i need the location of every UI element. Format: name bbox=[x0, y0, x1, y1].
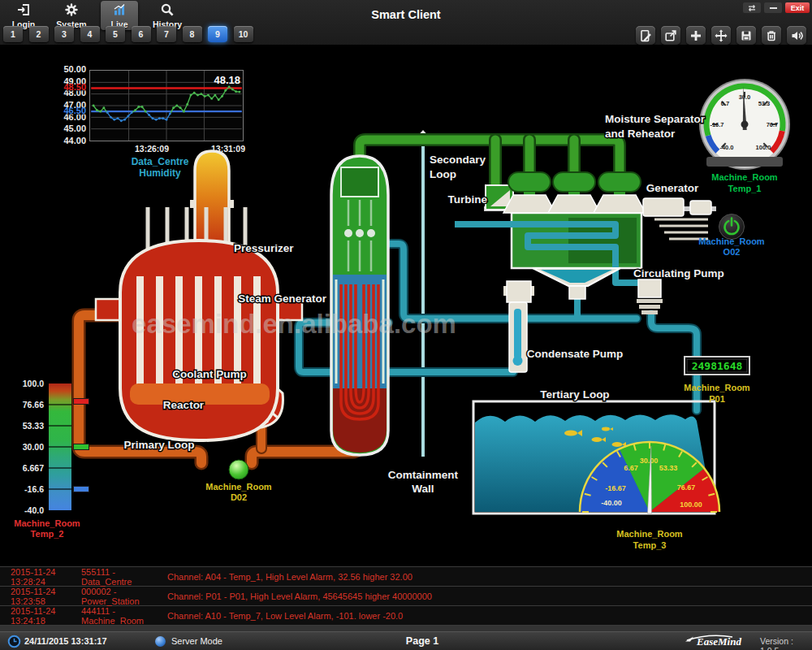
page-tab-10[interactable]: 10 bbox=[234, 26, 253, 42]
bar-gauge-tick: 76.66 bbox=[6, 400, 44, 410]
live-chart-icon bbox=[112, 2, 127, 20]
svg-text:Generator: Generator bbox=[646, 182, 699, 194]
svg-text:Coolant Pump: Coolant Pump bbox=[172, 368, 247, 380]
bar-gauge-tick: 30.00 bbox=[6, 442, 44, 452]
svg-text:Primary Loop: Primary Loop bbox=[123, 439, 194, 451]
svg-text:Moisture Separator: Moisture Separator bbox=[605, 113, 706, 125]
trend-y-tick: 48.50 bbox=[49, 82, 86, 92]
dial-tick: 76.7 bbox=[767, 121, 779, 128]
semi-tick: 100.00 bbox=[680, 500, 702, 509]
svg-text:Turbine: Turbine bbox=[448, 193, 488, 206]
bar-gauge-label: Temp_2 bbox=[5, 529, 89, 539]
page-tabs: 12345678910 bbox=[3, 26, 253, 42]
digital-display-label: Machine_Room bbox=[684, 383, 750, 392]
alarm-source: 555111 - Data_Centre bbox=[81, 567, 167, 587]
bar-gauge-tick: -40.0 bbox=[6, 505, 44, 515]
page-tab-5[interactable]: 5 bbox=[106, 26, 125, 42]
page-tab-8[interactable]: 8 bbox=[183, 26, 202, 42]
secondary-loop-pipes bbox=[360, 140, 620, 187]
power-button-label: O02 bbox=[723, 247, 741, 257]
dial-gauge-temp1: -40.0 -16.7 6.7 30.0 53.3 76.7 100.0 Mac… bbox=[699, 79, 790, 193]
top-bar: Login System Live History Smar bbox=[0, 0, 812, 46]
export-button[interactable] bbox=[661, 26, 680, 45]
restore-button[interactable] bbox=[743, 2, 761, 13]
dial-tick: 30.0 bbox=[739, 93, 751, 101]
page-tab-4[interactable]: 4 bbox=[80, 26, 100, 42]
bar-gauge-tick: -16.6 bbox=[6, 484, 44, 494]
add-button[interactable] bbox=[686, 26, 706, 45]
feedwater-pipes bbox=[299, 244, 697, 410]
dial-tick: 100.0 bbox=[756, 144, 771, 151]
reactor-graphic bbox=[96, 207, 302, 440]
steam-generator-graphic bbox=[331, 156, 388, 455]
status-datetime: 24/11/2015 13:31:17 bbox=[24, 636, 107, 646]
bar-gauge-tick: 6.667 bbox=[6, 463, 44, 473]
diagram-labels: Pressurizer Steam Generator Coolant Pump… bbox=[123, 113, 723, 495]
window-controls: Exit bbox=[743, 2, 810, 13]
edit-button[interactable] bbox=[636, 26, 655, 45]
condensate-pump-graphic bbox=[503, 281, 534, 372]
bar-gauge-marker bbox=[73, 444, 89, 450]
minimize-button[interactable] bbox=[764, 2, 782, 13]
volume-button[interactable] bbox=[787, 26, 806, 45]
delete-button[interactable] bbox=[762, 26, 781, 45]
trend-x-tick: 13:31:09 bbox=[209, 144, 247, 154]
svg-text:Condensate Pump: Condensate Pump bbox=[527, 348, 624, 360]
alarm-time: 2015-11-24 13:23:58 bbox=[0, 587, 81, 606]
digital-display-p01: 24981648 Machine_Room P01 bbox=[684, 357, 750, 404]
bar-gauge-tick: 53.33 bbox=[6, 421, 44, 431]
move-button[interactable] bbox=[711, 26, 731, 45]
alarm-source: 000002 - Power_Station bbox=[81, 587, 167, 606]
dial-gauge-label: Machine_Room bbox=[711, 172, 778, 182]
export-icon bbox=[664, 29, 677, 42]
alarm-list: 2015-11-24 13:28:24555111 - Data_CentreC… bbox=[0, 566, 812, 625]
alarm-message: Channel: A04 - Temp_1, High Level Alarm,… bbox=[167, 572, 812, 582]
login-icon bbox=[16, 2, 31, 20]
semi-gauge-label: Temp_3 bbox=[633, 540, 667, 550]
alarm-row[interactable]: 2015-11-24 13:28:24555111 - Data_CentreC… bbox=[0, 566, 812, 586]
page-tab-9[interactable]: 9 bbox=[208, 26, 227, 42]
trend-y-tick: 46.50 bbox=[49, 106, 86, 115]
save-button[interactable] bbox=[736, 26, 756, 45]
dial-tick: -16.7 bbox=[710, 121, 723, 128]
alarm-time: 2015-11-24 13:24:18 bbox=[0, 606, 81, 626]
alarm-row[interactable]: 2015-11-24 13:24:18444111 - Machine_Room… bbox=[0, 605, 812, 625]
alarm-message: Channel: P01 - P01, High Level Alarm, 45… bbox=[167, 592, 812, 601]
indicator-label: D02 bbox=[231, 492, 247, 502]
svg-text:Reactor: Reactor bbox=[163, 399, 205, 411]
semi-tick: 30.00 bbox=[640, 457, 659, 465]
clock-icon bbox=[7, 635, 21, 648]
svg-text:Tertiary Loop: Tertiary Loop bbox=[540, 388, 609, 401]
speaker-icon bbox=[790, 29, 803, 42]
page-tab-6[interactable]: 6 bbox=[132, 26, 151, 42]
move-icon bbox=[715, 29, 728, 42]
power-button-o02[interactable]: Machine_Room O02 bbox=[698, 214, 765, 258]
bar-gauge-tick: 100.0 bbox=[6, 379, 44, 388]
exit-button[interactable]: Exit bbox=[785, 2, 810, 13]
page-tab-1[interactable]: 1 bbox=[3, 26, 23, 42]
search-icon bbox=[160, 2, 175, 20]
brand-logo: EaseMind bbox=[682, 633, 760, 650]
trend-current-value: 48.18 bbox=[203, 74, 240, 86]
floppy-save-icon bbox=[740, 29, 753, 42]
alarm-row[interactable]: 2015-11-24 13:23:58000002 - Power_Statio… bbox=[0, 586, 812, 605]
dial-tick: 6.7 bbox=[721, 100, 729, 107]
svg-text:Pressurizer: Pressurizer bbox=[234, 242, 294, 254]
digital-display-value: 24981648 bbox=[692, 360, 743, 372]
digital-display-label: P01 bbox=[709, 394, 725, 404]
bar-gauge-label: Machine_Room bbox=[5, 518, 89, 528]
svg-text:and Reheator: and Reheator bbox=[605, 128, 676, 140]
page-tab-7[interactable]: 7 bbox=[157, 26, 176, 42]
bar-gauge-temp2 bbox=[49, 384, 71, 510]
alarm-time: 2015-11-24 13:28:24 bbox=[0, 567, 81, 587]
window-title: Smart Client bbox=[325, 8, 487, 21]
power-icon bbox=[725, 219, 739, 235]
page-edit-icon bbox=[639, 29, 652, 42]
page-tab-3[interactable]: 3 bbox=[54, 26, 74, 42]
semi-gauge-temp3: -40.00 -16.67 6.67 30.00 53.33 76.67 100… bbox=[580, 442, 719, 550]
primary-loop-pipes bbox=[79, 302, 359, 463]
page-tab-2[interactable]: 2 bbox=[29, 26, 49, 42]
dial-tick: -40.0 bbox=[719, 144, 733, 151]
circulating-pump-graphic bbox=[637, 280, 663, 314]
semi-tick: 53.33 bbox=[659, 464, 678, 472]
